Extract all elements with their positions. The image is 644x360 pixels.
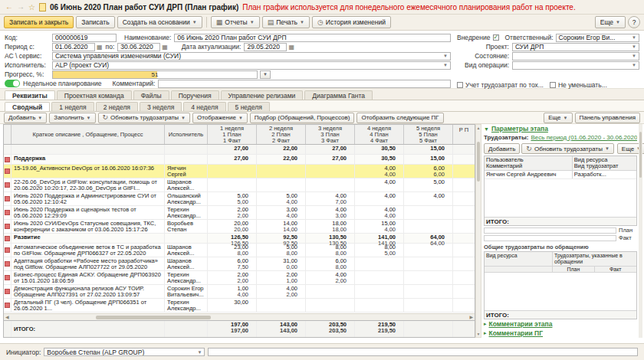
table-row[interactable]: Развитие 126,50126,5092,5092,50130,50130… [4, 234, 475, 244]
service-field[interactable]: Система управления изменениями (СУИ)▼ [52, 52, 451, 61]
resource-kind-header[interactable]: Вид ресурса [485, 252, 553, 266]
progress-bar[interactable]: 51 [52, 70, 258, 79]
add-row-button[interactable]: Добавить▼ [4, 113, 47, 123]
stage-params-link[interactable]: Параметры этапа [491, 125, 548, 133]
name-field[interactable]: 06 Июнь 2020 План работ СУИ ДРП [174, 34, 451, 42]
table-row[interactable]: Адаптация обработки «Рабочее место разра… [4, 257, 475, 271]
progress-color-button[interactable]: ▼ [260, 70, 271, 79]
print-button[interactable]: ▤Печать▼ [262, 16, 310, 28]
description-column-header[interactable]: Краткое описание , Обращение, Процесс [12, 125, 165, 144]
window-scrollbar-thumb[interactable] [639, 132, 642, 178]
implementation-checkbox[interactable] [493, 34, 499, 41]
reports-button[interactable]: ▦Отчеты▼ [211, 16, 260, 28]
actualization-field[interactable]: 29.05.2020 [244, 43, 287, 51]
initiator-field[interactable]: Воробьев Степан (ALP GROUP)▼ [44, 348, 205, 356]
table-row[interactable]: 27,0022,0027,0030,5015,00 [4, 145, 475, 155]
history-button[interactable]: ◷История изменений [312, 16, 391, 28]
resource-column-header[interactable]: Вид ресурсаВид трудозатрат [573, 156, 636, 170]
week-column-header[interactable]: 2 неделя 2 План 2 Факт [257, 125, 306, 144]
code-field[interactable]: 000000619 [52, 34, 117, 42]
table-row[interactable]: Июнь 2020 Поддержка и Администрирование … [4, 192, 475, 206]
period-link[interactable]: Весь период (01.06.2020 - 30.06.2020) [531, 134, 637, 141]
forward-arrow-icon[interactable]: → [17, 3, 25, 11]
main-tab-2[interactable]: Проектная команда [57, 90, 132, 100]
labor-accounting-checkbox[interactable] [457, 82, 463, 88]
calendar-icon[interactable]: ▦ [288, 44, 294, 51]
table-row[interactable]: Автоматическое объединение веток в ТС и … [4, 244, 475, 257]
dropdown-caret-icon[interactable]: ▼ [629, 63, 636, 67]
show-next-pg-button[interactable]: Отобразить следующие ПГ [356, 113, 443, 123]
table-row[interactable]: 15-19.06_Активности DevOps от 16.06.2020… [4, 165, 475, 178]
back-arrow-icon[interactable]: ← [5, 3, 13, 11]
executor-field[interactable]: ALP (проект СУИ)▼ [52, 61, 451, 70]
create-from-button[interactable]: Создать на основании▼ [117, 16, 202, 28]
table-row[interactable]: Июнь 2020 Поддержка и сценарных тестов о… [4, 206, 475, 220]
main-tab-5[interactable]: Управление релизами [221, 90, 304, 100]
week-tab-4[interactable]: 3 неделя [140, 102, 182, 111]
main-tab-6[interactable]: Диаграмма Ганта [304, 90, 373, 100]
fill-button[interactable]: Заполнить▼ [49, 113, 95, 123]
main-tab-4[interactable]: Поручения [171, 90, 219, 100]
week-tab-6[interactable]: 5 неделя [228, 102, 270, 111]
control-panel-button[interactable]: Панель управления [575, 113, 641, 123]
dropdown-caret-icon[interactable]: ▼ [629, 35, 636, 40]
operation-kind-field[interactable]: ▼ [512, 61, 639, 70]
responsible-field[interactable]: Сорокин Егор Ви...▼ [556, 34, 639, 42]
week-column-header[interactable]: 3 неделя 3 План 3 Факт [306, 125, 355, 144]
help-button[interactable]: ? [628, 16, 640, 28]
main-tab-3[interactable]: Файлы [133, 90, 169, 100]
scroll-left-arrow-icon[interactable]: ◀ [5, 314, 9, 321]
scroll-right-arrow-icon[interactable]: ▶ [469, 314, 473, 321]
fact-subheader[interactable]: Факт [595, 267, 636, 272]
weekly-planning-toggle[interactable] [5, 80, 20, 87]
stage-comments-link[interactable]: Комментарии этапа [489, 320, 553, 328]
week-tab-3[interactable]: 2 неделя [96, 102, 138, 111]
period-to-field[interactable]: 30.06.2020 [117, 43, 160, 51]
week-tab-1[interactable]: Сводный [5, 102, 50, 111]
week-tab-2[interactable]: 1 неделя [51, 102, 94, 111]
table-row[interactable]: 22-26.06_DevOps и GitFlow: консультации,… [4, 178, 475, 192]
comment-field[interactable] [158, 80, 451, 88]
user-column-header[interactable]: ПользовательКомментарий [485, 156, 573, 170]
dropdown-caret-icon[interactable]: ▼ [441, 63, 448, 67]
executor-column-header[interactable]: Исполнитель [165, 125, 208, 144]
extra-column-header[interactable]: Р П [453, 125, 475, 144]
scroll-down-arrow-icon[interactable]: ▼ [476, 332, 481, 336]
dropdown-caret-icon[interactable]: ▼ [195, 350, 202, 355]
week-column-header[interactable]: 1 неделя 1 План 1 Факт [208, 125, 257, 144]
table-row[interactable]: Июнь 2020 СУИ/DevOps Статусные совещания… [4, 220, 475, 234]
calendar-icon[interactable]: ▦ [162, 44, 168, 51]
week-column-header[interactable]: 5 неделя 5 План 5 Факт [404, 125, 453, 144]
favorite-star-icon[interactable]: ☆ [28, 3, 35, 11]
table-row[interactable]: Бизнес-процесс Единая АСКУ. Обращение ДР… [4, 271, 475, 285]
scroll-up-arrow-icon[interactable]: ▲ [476, 126, 481, 130]
table-row[interactable]: Поддержка 27,0022,0027,0030,5015,00 [4, 155, 475, 165]
calendar-icon[interactable]: ▦ [97, 44, 103, 51]
view-button[interactable]: Отображение▼ [192, 113, 248, 123]
table-row[interactable]: Детальный ПГ (3 чел). Обращение ДРП06635… [4, 299, 475, 313]
table-row[interactable]: Демонстрация функционала релизов АСУ ТОИ… [4, 285, 475, 299]
save-close-button[interactable]: Записать и закрыть [4, 16, 74, 28]
dropdown-caret-icon[interactable]: ▼ [629, 54, 636, 58]
request-labor-empty-area[interactable] [485, 273, 636, 310]
state-field[interactable]: ▼ [512, 52, 639, 61]
labor-table-row[interactable]: Янгчин Сергей Андреевич Разработк... [485, 171, 636, 179]
dropdown-caret-icon[interactable]: ▼ [629, 44, 636, 49]
no-reduce-checkbox[interactable] [550, 82, 556, 88]
vertical-scrollbar[interactable]: ▲ ▼ [475, 124, 481, 338]
labor-table-empty-area[interactable] [485, 179, 636, 217]
refresh-labor-button[interactable]: ↻Обновить трудозатраты▼ [98, 113, 190, 123]
week-column-header[interactable]: 4 неделя 4 План 4 Факт [355, 125, 404, 144]
request-labor-column-header[interactable]: Трудозатраты, указанные в обращении [553, 252, 636, 266]
period-from-field[interactable]: 01.06.2020 [52, 43, 95, 51]
window-scrollbar[interactable] [639, 124, 642, 338]
dropdown-caret-icon[interactable]: ▼ [441, 54, 448, 58]
horizontal-scrollbar-thumb[interactable] [96, 316, 211, 319]
week-tab-5[interactable]: 4 неделя [183, 102, 225, 111]
panel-add-button[interactable]: Добавить [484, 143, 520, 154]
horizontal-scrollbar[interactable]: ◀ ▶ [4, 313, 475, 320]
pick-requests-button[interactable]: Подбор (Обращений, Процессов) [250, 113, 355, 123]
save-button[interactable]: Записать [76, 16, 114, 28]
vertical-scrollbar-thumb[interactable] [477, 142, 480, 182]
project-field[interactable]: СУИ ДРП▼ [512, 43, 639, 51]
